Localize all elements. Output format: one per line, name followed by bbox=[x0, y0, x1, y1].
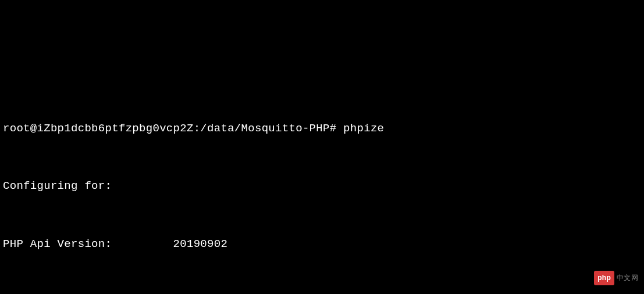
terminal-line: root@iZbp1dcbb6ptfzpbg0vcp2Z:/data/Mosqu… bbox=[3, 119, 641, 138]
terminal-line: PHP Api Version: 20190902 bbox=[3, 235, 641, 254]
terminal-output: root@iZbp1dcbb6ptfzpbg0vcp2Z:/data/Mosqu… bbox=[3, 80, 641, 294]
terminal-line: Configuring for: bbox=[3, 177, 641, 196]
watermark-text: 中文网 bbox=[617, 272, 638, 284]
watermark: php 中文网 bbox=[594, 271, 638, 285]
watermark-badge: php bbox=[594, 271, 614, 285]
